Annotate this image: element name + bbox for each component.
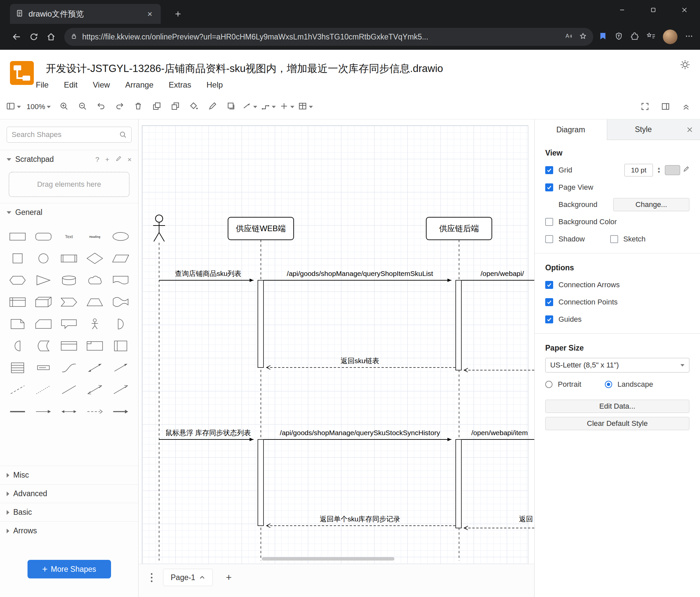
shape-curve[interactable] bbox=[56, 357, 82, 379]
add-page-button[interactable]: + bbox=[221, 569, 236, 586]
misc-section-header[interactable]: Misc bbox=[0, 465, 138, 484]
close-panel-icon[interactable] bbox=[679, 119, 700, 140]
grid-checkbox[interactable] bbox=[545, 166, 553, 174]
connection-arrows-checkbox[interactable] bbox=[545, 281, 553, 289]
shape-filled-edge[interactable] bbox=[108, 401, 133, 423]
shape-parallelogram[interactable] bbox=[108, 247, 133, 269]
activation-bar[interactable] bbox=[456, 439, 461, 528]
delete-button[interactable] bbox=[130, 99, 146, 115]
scratchpad-dropzone[interactable]: Drag elements here bbox=[9, 172, 130, 197]
zoom-level-dropdown[interactable]: 100% bbox=[24, 99, 53, 115]
scratchpad-add-icon[interactable]: + bbox=[105, 156, 109, 164]
close-tab-icon[interactable]: × bbox=[144, 8, 155, 20]
menu-help[interactable]: Help bbox=[205, 79, 224, 90]
activation-bar[interactable] bbox=[258, 280, 264, 367]
shadow-button[interactable] bbox=[223, 99, 239, 115]
page-tab[interactable]: Page-1 bbox=[163, 569, 213, 586]
fill-color-button[interactable] bbox=[186, 99, 202, 115]
menu-edit[interactable]: Edit bbox=[62, 79, 79, 90]
edit-data-button[interactable]: Edit Data... bbox=[545, 400, 690, 413]
search-shapes-input[interactable] bbox=[7, 127, 131, 143]
shape-bidirectional-connector[interactable] bbox=[82, 379, 108, 401]
shape-square[interactable] bbox=[5, 247, 30, 269]
redo-button[interactable] bbox=[112, 99, 128, 115]
connection-points-checkbox[interactable] bbox=[545, 298, 553, 306]
advanced-section-header[interactable]: Advanced bbox=[0, 484, 138, 503]
connection-button[interactable] bbox=[242, 99, 257, 115]
shape-ellipse[interactable] bbox=[108, 225, 133, 247]
home-icon[interactable] bbox=[43, 28, 60, 45]
shape-cloud[interactable] bbox=[82, 269, 108, 291]
grid-size-stepper[interactable]: ▲▼ bbox=[656, 164, 662, 176]
shape-frame[interactable] bbox=[82, 335, 108, 357]
more-shapes-button[interactable]: + More Shapes bbox=[27, 560, 111, 578]
page-view-checkbox[interactable] bbox=[545, 184, 553, 191]
shape-line[interactable] bbox=[56, 379, 82, 401]
address-bar[interactable]: https://file.kkview.cn/onlinePreview?url… bbox=[64, 28, 593, 46]
tab-style[interactable]: Style bbox=[607, 119, 680, 140]
shape-circle[interactable] bbox=[30, 247, 56, 269]
shape-dotted-line[interactable] bbox=[30, 379, 56, 401]
grid-size-input[interactable] bbox=[624, 164, 653, 176]
shape-text[interactable]: Text bbox=[56, 225, 82, 247]
back-icon[interactable] bbox=[8, 28, 25, 45]
paper-size-select[interactable]: US-Letter (8,5" x 11") bbox=[545, 358, 690, 373]
grid-color-edit-icon[interactable] bbox=[683, 166, 690, 174]
undo-button[interactable] bbox=[93, 99, 109, 115]
shape-directional-connector[interactable] bbox=[108, 379, 133, 401]
shape-heading[interactable]: Heading bbox=[82, 225, 108, 247]
horizontal-scrollbar[interactable] bbox=[262, 557, 394, 560]
general-section-header[interactable]: General bbox=[0, 203, 138, 221]
menu-extras[interactable]: Extras bbox=[167, 79, 193, 90]
shape-horizontal-arrow[interactable] bbox=[30, 401, 56, 423]
shape-tape[interactable] bbox=[108, 291, 133, 313]
scratchpad-edit-icon[interactable] bbox=[115, 156, 122, 164]
more-menu-icon[interactable] bbox=[685, 32, 693, 42]
maximize-icon[interactable] bbox=[638, 0, 669, 20]
shape-step[interactable] bbox=[56, 291, 82, 313]
shape-cube[interactable] bbox=[30, 291, 56, 313]
shape-list[interactable] bbox=[5, 357, 30, 379]
sketch-checkbox[interactable] bbox=[610, 235, 618, 243]
extensions-icon[interactable] bbox=[630, 32, 639, 42]
shape-and[interactable] bbox=[5, 335, 30, 357]
new-tab-button[interactable] bbox=[171, 8, 185, 20]
fullscreen-button[interactable] bbox=[637, 99, 653, 115]
shape-process[interactable] bbox=[56, 247, 82, 269]
shape-hexagon[interactable] bbox=[5, 269, 30, 291]
zoom-out-button[interactable] bbox=[75, 99, 91, 115]
participant-web-box[interactable]: 供应链WEB端 bbox=[228, 217, 294, 240]
shape-internal-storage[interactable] bbox=[5, 291, 30, 313]
grid-color-swatch[interactable] bbox=[665, 165, 680, 175]
reload-icon[interactable] bbox=[25, 28, 43, 45]
tab-diagram[interactable]: Diagram bbox=[534, 119, 607, 140]
format-panel-button[interactable] bbox=[657, 99, 674, 115]
search-icon[interactable] bbox=[119, 131, 127, 140]
shape-data-storage[interactable] bbox=[30, 335, 56, 357]
shape-or[interactable] bbox=[108, 313, 133, 335]
arrows-section-header[interactable]: Arrows bbox=[0, 521, 138, 540]
shadow-checkbox[interactable] bbox=[545, 235, 553, 243]
shape-arrow[interactable] bbox=[108, 357, 133, 379]
shape-card[interactable] bbox=[30, 313, 56, 335]
shape-rectangle[interactable] bbox=[5, 225, 30, 247]
background-color-checkbox[interactable] bbox=[545, 218, 553, 226]
waypoints-button[interactable] bbox=[260, 99, 276, 115]
shape-actor[interactable] bbox=[82, 313, 108, 335]
sidebar-view-button[interactable] bbox=[5, 99, 21, 115]
menu-arrange[interactable]: Arrange bbox=[124, 79, 155, 90]
shape-bidirectional-arrow[interactable] bbox=[82, 357, 108, 379]
insert-button[interactable] bbox=[279, 99, 295, 115]
shape-vertical-container[interactable] bbox=[108, 335, 133, 357]
change-background-button[interactable]: Change... bbox=[613, 198, 690, 211]
table-button[interactable] bbox=[297, 99, 313, 115]
activation-bar[interactable] bbox=[258, 439, 264, 526]
to-front-button[interactable] bbox=[149, 99, 165, 115]
line-color-button[interactable] bbox=[204, 99, 220, 115]
shape-divider[interactable] bbox=[5, 401, 30, 423]
shield-icon[interactable] bbox=[615, 32, 623, 42]
menu-view[interactable]: View bbox=[92, 79, 111, 90]
pages-menu-icon[interactable] bbox=[148, 569, 155, 586]
clear-default-style-button[interactable]: Clear Default Style bbox=[545, 417, 690, 430]
shape-cylinder[interactable] bbox=[56, 269, 82, 291]
